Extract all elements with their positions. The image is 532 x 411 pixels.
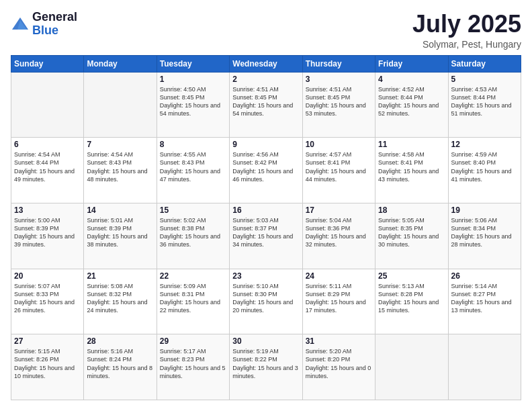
calendar-cell: 9Sunrise: 4:56 AMSunset: 8:42 PMDaylight… — [230, 138, 302, 203]
calendar-cell: 20Sunrise: 5:07 AMSunset: 8:33 PMDayligh… — [11, 269, 84, 334]
cell-info: Sunrise: 5:08 AMSunset: 8:32 PMDaylight:… — [87, 283, 147, 314]
cell-info: Sunrise: 4:54 AMSunset: 8:44 PMDaylight:… — [14, 151, 75, 182]
cell-info: Sunrise: 5:10 AMSunset: 8:30 PMDaylight:… — [232, 283, 293, 314]
calendar-week-3: 13Sunrise: 5:00 AMSunset: 8:39 PMDayligh… — [11, 203, 521, 269]
calendar-cell: 26Sunrise: 5:14 AMSunset: 8:27 PMDayligh… — [448, 269, 521, 334]
calendar-cell: 30Sunrise: 5:19 AMSunset: 8:22 PMDayligh… — [230, 334, 302, 400]
cell-info: Sunrise: 5:14 AMSunset: 8:27 PMDaylight:… — [451, 283, 512, 314]
day-number: 22 — [160, 271, 226, 281]
cell-info: Sunrise: 5:13 AMSunset: 8:28 PMDaylight:… — [378, 283, 439, 314]
calendar-header-sunday: Sunday — [11, 55, 84, 72]
cell-info: Sunrise: 5:19 AMSunset: 8:22 PMDaylight:… — [232, 348, 298, 379]
calendar-header-row: SundayMondayTuesdayWednesdayThursdayFrid… — [11, 55, 521, 72]
calendar-cell: 28Sunrise: 5:16 AMSunset: 8:24 PMDayligh… — [84, 334, 157, 400]
cell-info: Sunrise: 5:03 AMSunset: 8:37 PMDaylight:… — [232, 217, 293, 248]
calendar-cell — [375, 334, 448, 400]
calendar-cell: 21Sunrise: 5:08 AMSunset: 8:32 PMDayligh… — [84, 269, 157, 334]
calendar-cell: 11Sunrise: 4:58 AMSunset: 8:41 PMDayligh… — [375, 138, 448, 203]
day-number: 1 — [160, 75, 226, 84]
day-number: 9 — [232, 140, 299, 149]
calendar-cell: 24Sunrise: 5:11 AMSunset: 8:29 PMDayligh… — [302, 269, 375, 334]
day-number: 17 — [306, 205, 372, 215]
day-number: 20 — [14, 271, 81, 281]
calendar-week-4: 20Sunrise: 5:07 AMSunset: 8:33 PMDayligh… — [11, 269, 521, 334]
day-number: 29 — [160, 336, 226, 346]
calendar-header-monday: Monday — [84, 55, 157, 72]
cell-info: Sunrise: 4:56 AMSunset: 8:42 PMDaylight:… — [232, 151, 293, 182]
calendar-header-wednesday: Wednesday — [230, 55, 302, 72]
calendar-header-friday: Friday — [375, 55, 448, 72]
calendar-cell: 10Sunrise: 4:57 AMSunset: 8:41 PMDayligh… — [302, 138, 375, 203]
cell-info: Sunrise: 4:50 AMSunset: 8:45 PMDaylight:… — [160, 86, 220, 117]
calendar-header-thursday: Thursday — [302, 55, 375, 72]
cell-info: Sunrise: 4:52 AMSunset: 8:44 PMDaylight:… — [378, 86, 439, 117]
day-number: 23 — [232, 271, 299, 281]
cell-info: Sunrise: 5:11 AMSunset: 8:29 PMDaylight:… — [306, 283, 366, 314]
cell-info: Sunrise: 4:57 AMSunset: 8:41 PMDaylight:… — [306, 151, 366, 182]
day-number: 15 — [160, 205, 226, 215]
day-number: 16 — [232, 205, 299, 215]
calendar-cell: 18Sunrise: 5:05 AMSunset: 8:35 PMDayligh… — [375, 203, 448, 269]
cell-info: Sunrise: 4:55 AMSunset: 8:43 PMDaylight:… — [160, 151, 220, 182]
day-number: 12 — [451, 140, 518, 149]
cell-info: Sunrise: 5:02 AMSunset: 8:38 PMDaylight:… — [160, 217, 220, 248]
calendar-cell: 19Sunrise: 5:06 AMSunset: 8:34 PMDayligh… — [448, 203, 521, 269]
calendar-cell: 23Sunrise: 5:10 AMSunset: 8:30 PMDayligh… — [230, 269, 302, 334]
header: General Blue July 2025 Solymar, Pest, Hu… — [11, 11, 521, 50]
calendar-cell — [448, 334, 521, 400]
cell-info: Sunrise: 5:04 AMSunset: 8:36 PMDaylight:… — [306, 217, 366, 248]
calendar-header-saturday: Saturday — [448, 55, 521, 72]
cell-info: Sunrise: 5:05 AMSunset: 8:35 PMDaylight:… — [378, 217, 439, 248]
day-number: 14 — [87, 205, 153, 215]
logo: General Blue — [11, 11, 77, 38]
calendar-week-5: 27Sunrise: 5:15 AMSunset: 8:26 PMDayligh… — [11, 334, 521, 400]
calendar-table: SundayMondayTuesdayWednesdayThursdayFrid… — [11, 55, 521, 400]
day-number: 27 — [14, 336, 81, 346]
day-number: 28 — [87, 336, 153, 346]
day-number: 19 — [451, 205, 518, 215]
day-number: 4 — [378, 75, 445, 84]
cell-info: Sunrise: 5:06 AMSunset: 8:34 PMDaylight:… — [451, 217, 512, 248]
cell-info: Sunrise: 5:20 AMSunset: 8:20 PMDaylight:… — [306, 348, 371, 379]
calendar-cell: 14Sunrise: 5:01 AMSunset: 8:39 PMDayligh… — [84, 203, 157, 269]
cell-info: Sunrise: 5:09 AMSunset: 8:31 PMDaylight:… — [160, 283, 220, 314]
day-number: 24 — [306, 271, 372, 281]
day-number: 26 — [451, 271, 518, 281]
title-block: July 2025 Solymar, Pest, Hungary — [412, 11, 521, 50]
logo-icon — [11, 15, 30, 34]
calendar-cell: 17Sunrise: 5:04 AMSunset: 8:36 PMDayligh… — [302, 203, 375, 269]
page: General Blue July 2025 Solymar, Pest, Hu… — [0, 0, 532, 411]
day-number: 10 — [306, 140, 372, 149]
cell-info: Sunrise: 4:51 AMSunset: 8:45 PMDaylight:… — [232, 86, 293, 117]
day-number: 2 — [232, 75, 299, 84]
cell-info: Sunrise: 5:01 AMSunset: 8:39 PMDaylight:… — [87, 217, 147, 248]
calendar-cell: 2Sunrise: 4:51 AMSunset: 8:45 PMDaylight… — [230, 72, 302, 138]
calendar-cell: 8Sunrise: 4:55 AMSunset: 8:43 PMDaylight… — [157, 138, 229, 203]
day-number: 13 — [14, 205, 81, 215]
cell-info: Sunrise: 4:58 AMSunset: 8:41 PMDaylight:… — [378, 151, 439, 182]
calendar-cell: 29Sunrise: 5:17 AMSunset: 8:23 PMDayligh… — [157, 334, 229, 400]
calendar-cell: 27Sunrise: 5:15 AMSunset: 8:26 PMDayligh… — [11, 334, 84, 400]
calendar-header-tuesday: Tuesday — [157, 55, 229, 72]
calendar-cell: 13Sunrise: 5:00 AMSunset: 8:39 PMDayligh… — [11, 203, 84, 269]
cell-info: Sunrise: 4:53 AMSunset: 8:44 PMDaylight:… — [451, 86, 512, 117]
day-number: 30 — [232, 336, 299, 346]
calendar-week-1: 1Sunrise: 4:50 AMSunset: 8:45 PMDaylight… — [11, 72, 521, 138]
main-title: July 2025 — [412, 11, 521, 38]
calendar-cell: 16Sunrise: 5:03 AMSunset: 8:37 PMDayligh… — [230, 203, 302, 269]
cell-info: Sunrise: 5:16 AMSunset: 8:24 PMDaylight:… — [87, 348, 152, 379]
cell-info: Sunrise: 4:51 AMSunset: 8:45 PMDaylight:… — [306, 86, 366, 117]
calendar-cell: 22Sunrise: 5:09 AMSunset: 8:31 PMDayligh… — [157, 269, 229, 334]
calendar-cell: 1Sunrise: 4:50 AMSunset: 8:45 PMDaylight… — [157, 72, 229, 138]
calendar-cell: 5Sunrise: 4:53 AMSunset: 8:44 PMDaylight… — [448, 72, 521, 138]
day-number: 31 — [306, 336, 372, 346]
subtitle: Solymar, Pest, Hungary — [412, 39, 521, 50]
logo-general: General — [32, 11, 77, 24]
logo-blue: Blue — [32, 24, 77, 38]
calendar-cell — [11, 72, 84, 138]
cell-info: Sunrise: 5:17 AMSunset: 8:23 PMDaylight:… — [160, 348, 226, 379]
day-number: 8 — [160, 140, 226, 149]
calendar-cell: 4Sunrise: 4:52 AMSunset: 8:44 PMDaylight… — [375, 72, 448, 138]
day-number: 6 — [14, 140, 81, 149]
calendar-cell: 6Sunrise: 4:54 AMSunset: 8:44 PMDaylight… — [11, 138, 84, 203]
